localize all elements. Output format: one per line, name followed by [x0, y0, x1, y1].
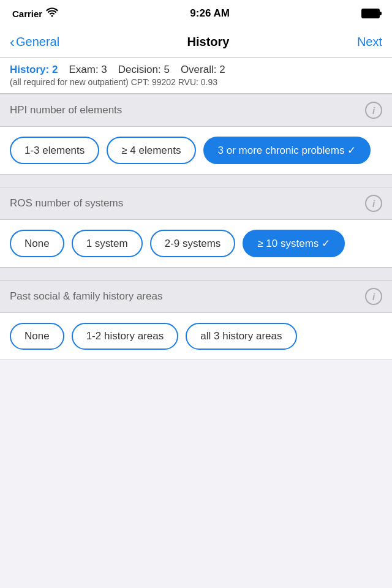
decision-score: Decision: 5: [118, 64, 170, 76]
hpi-info-icon: i: [372, 105, 375, 116]
summary-bar: History: 2 Exam: 3 Decision: 5 Overall: …: [0, 58, 392, 94]
hpi-section-title: HPI number of elements: [10, 104, 122, 116]
pfsh-info-icon: i: [372, 292, 375, 302]
next-button[interactable]: Next: [357, 35, 382, 49]
hpi-btn-chronic[interactable]: 3 or more chronic problems ✓: [203, 137, 371, 164]
pfsh-btn-all3[interactable]: all 3 history areas: [186, 323, 296, 350]
ros-info-icon: i: [372, 198, 375, 209]
ros-btn-gte10[interactable]: ≥ 10 systems ✓: [243, 230, 345, 257]
nav-bar: ‹ General History Next: [0, 27, 392, 58]
pfsh-section: Past social & family history areas i Non…: [0, 280, 392, 360]
spacer-2: [0, 268, 392, 280]
pfsh-button-group: None 1-2 history areas all 3 history are…: [0, 313, 392, 360]
ros-section: ROS number of systems i None 1 system 2-…: [0, 187, 392, 268]
ros-section-header: ROS number of systems i: [0, 187, 392, 220]
pfsh-btn-none[interactable]: None: [10, 323, 64, 350]
page-title: History: [187, 35, 230, 49]
back-chevron-icon: ‹: [10, 34, 15, 51]
ros-btn-gte10-label: ≥ 10 systems: [257, 238, 318, 249]
ros-btn-1system[interactable]: 1 system: [72, 230, 143, 257]
pfsh-section-title: Past social & family history areas: [10, 290, 162, 303]
pfsh-btn-1-2[interactable]: 1-2 history areas: [72, 323, 179, 350]
status-bar: Carrier 9:26 AM: [0, 0, 392, 27]
hpi-info-button[interactable]: i: [365, 102, 382, 119]
summary-subtitle: (all required for new outpatient) CPT: 9…: [10, 77, 382, 87]
back-button[interactable]: ‹ General: [10, 34, 59, 51]
battery-icon: [361, 9, 380, 18]
back-label: General: [16, 35, 59, 49]
hpi-btn-gte4[interactable]: ≥ 4 elements: [107, 137, 195, 164]
wifi-icon: [46, 7, 58, 20]
hpi-btn-chronic-check: ✓: [347, 145, 356, 156]
ros-button-group: None 1 system 2-9 systems ≥ 10 systems ✓: [0, 220, 392, 268]
ros-info-button[interactable]: i: [365, 195, 382, 212]
pfsh-info-button[interactable]: i: [365, 288, 382, 305]
ros-btn-2-9[interactable]: 2-9 systems: [150, 230, 236, 257]
overall-score: Overall: 2: [181, 64, 225, 76]
status-time: 9:26 AM: [190, 7, 230, 20]
hpi-button-group: 1-3 elements ≥ 4 elements 3 or more chro…: [0, 127, 392, 175]
hpi-section-header: HPI number of elements i: [0, 94, 392, 127]
ros-btn-gte10-check: ✓: [322, 238, 330, 249]
ros-section-title: ROS number of systems: [10, 197, 123, 209]
pfsh-section-header: Past social & family history areas i: [0, 280, 392, 313]
carrier-label: Carrier: [12, 9, 42, 19]
hpi-btn-1-3[interactable]: 1-3 elements: [10, 137, 99, 164]
exam-score: Exam: 3: [69, 64, 107, 76]
ros-btn-none[interactable]: None: [10, 230, 64, 257]
hpi-btn-chronic-label: 3 or more chronic problems: [218, 145, 345, 156]
history-score: History: 2: [10, 64, 58, 76]
hpi-section: HPI number of elements i 1-3 elements ≥ …: [0, 94, 392, 175]
spacer-1: [0, 175, 392, 187]
